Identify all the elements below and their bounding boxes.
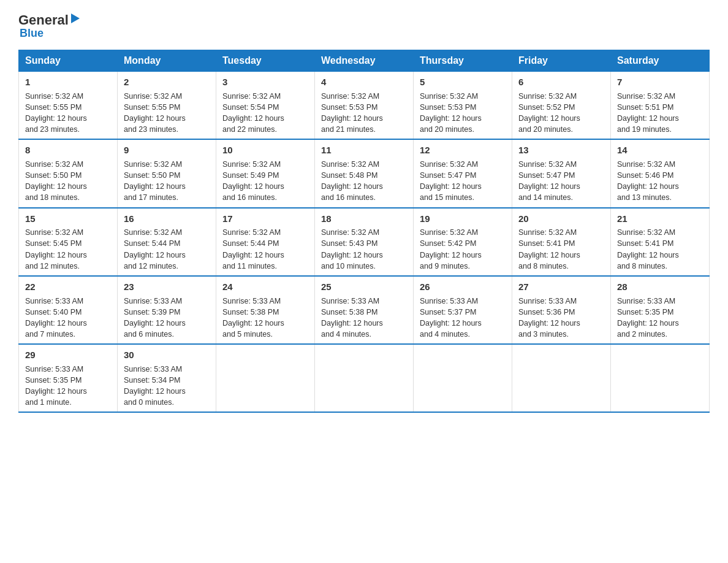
logo-triangle-icon (70, 12, 81, 25)
day-info: Sunrise: 5:32 AMSunset: 5:47 PMDaylight:… (420, 159, 506, 204)
day-info: Sunrise: 5:32 AMSunset: 5:44 PMDaylight:… (222, 227, 308, 272)
day-number: 14 (617, 144, 703, 157)
day-info: Sunrise: 5:32 AMSunset: 5:55 PMDaylight:… (25, 91, 111, 136)
table-row (611, 344, 710, 412)
day-number: 18 (321, 212, 407, 226)
table-row: 3Sunrise: 5:32 AMSunset: 5:54 PMDaylight… (216, 72, 315, 140)
header-day-sunday: Sunday (19, 50, 118, 72)
table-row (216, 344, 315, 412)
day-number: 12 (420, 144, 506, 157)
week-row-3: 15Sunrise: 5:32 AMSunset: 5:45 PMDayligh… (19, 208, 710, 276)
day-number: 6 (518, 75, 604, 89)
logo-general-text: General (18, 12, 69, 28)
table-row: 9Sunrise: 5:32 AMSunset: 5:50 PMDaylight… (118, 139, 216, 207)
table-row: 15Sunrise: 5:32 AMSunset: 5:45 PMDayligh… (19, 208, 118, 276)
header-row: SundayMondayTuesdayWednesdayThursdayFrid… (19, 50, 710, 72)
table-row: 7Sunrise: 5:32 AMSunset: 5:51 PMDaylight… (611, 72, 710, 140)
day-number: 23 (124, 280, 210, 294)
table-row: 8Sunrise: 5:32 AMSunset: 5:50 PMDaylight… (19, 139, 118, 207)
table-row: 24Sunrise: 5:33 AMSunset: 5:38 PMDayligh… (216, 276, 315, 344)
day-info: Sunrise: 5:33 AMSunset: 5:38 PMDaylight:… (222, 296, 308, 340)
day-info: Sunrise: 5:32 AMSunset: 5:41 PMDaylight:… (617, 227, 703, 272)
day-info: Sunrise: 5:32 AMSunset: 5:51 PMDaylight:… (617, 91, 703, 136)
day-number: 4 (321, 75, 407, 89)
day-number: 3 (222, 75, 308, 89)
day-number: 27 (518, 280, 604, 294)
calendar-header: SundayMondayTuesdayWednesdayThursdayFrid… (19, 50, 710, 72)
day-number: 1 (25, 75, 111, 89)
day-info: Sunrise: 5:32 AMSunset: 5:45 PMDaylight:… (25, 227, 111, 272)
day-info: Sunrise: 5:32 AMSunset: 5:46 PMDaylight:… (617, 159, 703, 204)
day-info: Sunrise: 5:32 AMSunset: 5:55 PMDaylight:… (124, 91, 210, 136)
day-info: Sunrise: 5:32 AMSunset: 5:43 PMDaylight:… (321, 227, 407, 272)
day-number: 7 (617, 75, 703, 89)
table-row: 5Sunrise: 5:32 AMSunset: 5:53 PMDaylight… (414, 72, 512, 140)
week-row-4: 22Sunrise: 5:33 AMSunset: 5:40 PMDayligh… (19, 276, 710, 344)
table-row: 18Sunrise: 5:32 AMSunset: 5:43 PMDayligh… (315, 208, 414, 276)
table-row: 30Sunrise: 5:33 AMSunset: 5:34 PMDayligh… (118, 344, 216, 412)
table-row: 20Sunrise: 5:32 AMSunset: 5:41 PMDayligh… (512, 208, 611, 276)
day-number: 20 (518, 212, 604, 226)
day-info: Sunrise: 5:32 AMSunset: 5:41 PMDaylight:… (518, 227, 604, 272)
table-row: 19Sunrise: 5:32 AMSunset: 5:42 PMDayligh… (414, 208, 512, 276)
header-day-thursday: Thursday (414, 50, 512, 72)
day-info: Sunrise: 5:32 AMSunset: 5:42 PMDaylight:… (420, 227, 506, 272)
calendar-body: 1Sunrise: 5:32 AMSunset: 5:55 PMDaylight… (19, 72, 710, 413)
svg-marker-0 (71, 13, 80, 23)
day-info: Sunrise: 5:32 AMSunset: 5:47 PMDaylight:… (518, 159, 604, 204)
table-row: 1Sunrise: 5:32 AMSunset: 5:55 PMDaylight… (19, 72, 118, 140)
day-info: Sunrise: 5:32 AMSunset: 5:53 PMDaylight:… (420, 91, 506, 136)
day-number: 22 (25, 280, 111, 294)
day-number: 8 (25, 144, 111, 157)
day-number: 5 (420, 75, 506, 89)
table-row: 23Sunrise: 5:33 AMSunset: 5:39 PMDayligh… (118, 276, 216, 344)
table-row: 2Sunrise: 5:32 AMSunset: 5:55 PMDaylight… (118, 72, 216, 140)
header-day-monday: Monday (118, 50, 216, 72)
day-info: Sunrise: 5:33 AMSunset: 5:40 PMDaylight:… (25, 296, 111, 340)
day-info: Sunrise: 5:32 AMSunset: 5:48 PMDaylight:… (321, 159, 407, 204)
day-info: Sunrise: 5:33 AMSunset: 5:35 PMDaylight:… (617, 296, 703, 340)
table-row (315, 344, 414, 412)
table-row: 6Sunrise: 5:32 AMSunset: 5:52 PMDaylight… (512, 72, 611, 140)
header-day-tuesday: Tuesday (216, 50, 315, 72)
day-info: Sunrise: 5:32 AMSunset: 5:49 PMDaylight:… (222, 159, 308, 204)
day-number: 9 (124, 144, 210, 157)
table-row (512, 344, 611, 412)
day-info: Sunrise: 5:32 AMSunset: 5:44 PMDaylight:… (124, 227, 210, 272)
table-row: 13Sunrise: 5:32 AMSunset: 5:47 PMDayligh… (512, 139, 611, 207)
header: General Blue (18, 12, 710, 40)
day-info: Sunrise: 5:33 AMSunset: 5:35 PMDaylight:… (25, 364, 111, 408)
table-row: 21Sunrise: 5:32 AMSunset: 5:41 PMDayligh… (611, 208, 710, 276)
day-number: 21 (617, 212, 703, 226)
day-number: 16 (124, 212, 210, 226)
day-number: 28 (617, 280, 703, 294)
week-row-5: 29Sunrise: 5:33 AMSunset: 5:35 PMDayligh… (19, 344, 710, 412)
table-row: 27Sunrise: 5:33 AMSunset: 5:36 PMDayligh… (512, 276, 611, 344)
day-info: Sunrise: 5:32 AMSunset: 5:53 PMDaylight:… (321, 91, 407, 136)
day-number: 19 (420, 212, 506, 226)
table-row: 17Sunrise: 5:32 AMSunset: 5:44 PMDayligh… (216, 208, 315, 276)
table-row (414, 344, 512, 412)
table-row: 22Sunrise: 5:33 AMSunset: 5:40 PMDayligh… (19, 276, 118, 344)
table-row: 14Sunrise: 5:32 AMSunset: 5:46 PMDayligh… (611, 139, 710, 207)
logo: General (18, 12, 81, 28)
table-row: 28Sunrise: 5:33 AMSunset: 5:35 PMDayligh… (611, 276, 710, 344)
day-number: 29 (25, 348, 111, 362)
day-info: Sunrise: 5:32 AMSunset: 5:52 PMDaylight:… (518, 91, 604, 136)
table-row: 26Sunrise: 5:33 AMSunset: 5:37 PMDayligh… (414, 276, 512, 344)
table-row: 4Sunrise: 5:32 AMSunset: 5:53 PMDaylight… (315, 72, 414, 140)
day-number: 17 (222, 212, 308, 226)
header-day-wednesday: Wednesday (315, 50, 414, 72)
day-number: 25 (321, 280, 407, 294)
table-row: 12Sunrise: 5:32 AMSunset: 5:47 PMDayligh… (414, 139, 512, 207)
day-number: 30 (124, 348, 210, 362)
day-info: Sunrise: 5:33 AMSunset: 5:38 PMDaylight:… (321, 296, 407, 340)
day-info: Sunrise: 5:32 AMSunset: 5:50 PMDaylight:… (25, 159, 111, 204)
table-row: 25Sunrise: 5:33 AMSunset: 5:38 PMDayligh… (315, 276, 414, 344)
day-number: 10 (222, 144, 308, 157)
day-number: 26 (420, 280, 506, 294)
day-number: 24 (222, 280, 308, 294)
day-number: 11 (321, 144, 407, 157)
day-number: 15 (25, 212, 111, 226)
table-row: 11Sunrise: 5:32 AMSunset: 5:48 PMDayligh… (315, 139, 414, 207)
